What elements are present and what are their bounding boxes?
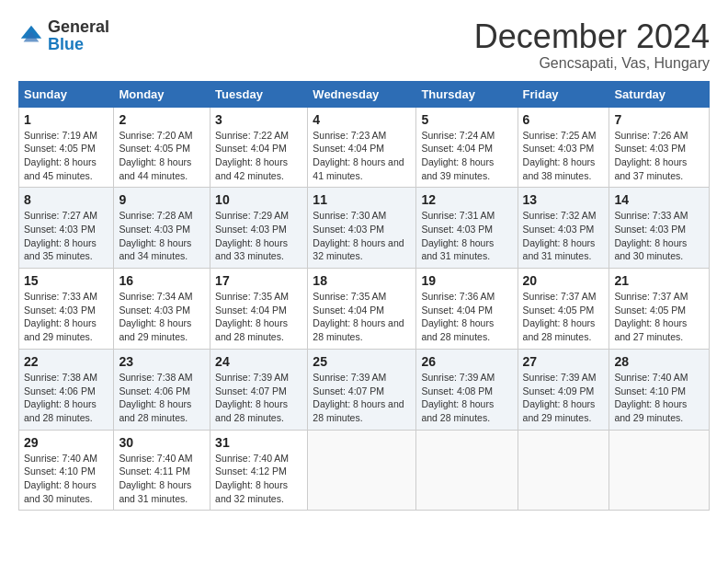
- calendar-cell: 7 Sunrise: 7:26 AMSunset: 4:03 PMDayligh…: [609, 107, 710, 188]
- calendar-cell: 29 Sunrise: 7:40 AMSunset: 4:10 PMDaylig…: [19, 430, 114, 511]
- calendar-cell: 26 Sunrise: 7:39 AMSunset: 4:08 PMDaylig…: [416, 349, 518, 430]
- day-number: 9: [119, 192, 205, 207]
- cell-info: Sunrise: 7:24 AMSunset: 4:04 PMDaylight:…: [421, 130, 495, 181]
- cell-info: Sunrise: 7:40 AMSunset: 4:10 PMDaylight:…: [24, 453, 97, 504]
- calendar-cell: 9 Sunrise: 7:28 AMSunset: 4:03 PMDayligh…: [114, 188, 210, 269]
- header: General Blue December 2024 Gencsapati, V…: [18, 18, 710, 72]
- cell-info: Sunrise: 7:31 AMSunset: 4:03 PMDaylight:…: [421, 210, 495, 261]
- cell-info: Sunrise: 7:19 AMSunset: 4:05 PMDaylight:…: [24, 130, 97, 181]
- logo-icon: [18, 23, 44, 49]
- day-number: 30: [119, 435, 205, 450]
- day-number: 29: [24, 435, 108, 450]
- day-number: 23: [119, 354, 205, 369]
- cell-info: Sunrise: 7:27 AMSunset: 4:03 PMDaylight:…: [24, 210, 97, 261]
- calendar-cell: [518, 430, 609, 511]
- day-number: 22: [24, 354, 108, 369]
- calendar-cell: 13 Sunrise: 7:32 AMSunset: 4:03 PMDaylig…: [518, 188, 609, 269]
- day-number: 14: [614, 192, 704, 207]
- calendar-cell: 24 Sunrise: 7:39 AMSunset: 4:07 PMDaylig…: [210, 349, 308, 430]
- location-title: Gencsapati, Vas, Hungary: [474, 55, 710, 72]
- week-row: 8 Sunrise: 7:27 AMSunset: 4:03 PMDayligh…: [19, 188, 710, 269]
- day-number: 24: [215, 354, 302, 369]
- header-thursday: Thursday: [416, 81, 518, 107]
- month-title: December 2024: [474, 18, 710, 55]
- cell-info: Sunrise: 7:35 AMSunset: 4:04 PMDaylight:…: [313, 291, 404, 342]
- logo-text: General Blue: [48, 18, 109, 53]
- day-number: 31: [215, 435, 302, 450]
- day-number: 18: [313, 273, 411, 288]
- calendar-cell: 4 Sunrise: 7:23 AMSunset: 4:04 PMDayligh…: [308, 107, 416, 188]
- calendar-cell: 20 Sunrise: 7:37 AMSunset: 4:05 PMDaylig…: [518, 269, 609, 350]
- cell-info: Sunrise: 7:40 AMSunset: 4:12 PMDaylight:…: [215, 453, 289, 504]
- cell-info: Sunrise: 7:34 AMSunset: 4:03 PMDaylight:…: [119, 291, 192, 342]
- cell-info: Sunrise: 7:30 AMSunset: 4:03 PMDaylight:…: [313, 210, 404, 261]
- calendar-cell: 23 Sunrise: 7:38 AMSunset: 4:06 PMDaylig…: [114, 349, 210, 430]
- cell-info: Sunrise: 7:39 AMSunset: 4:08 PMDaylight:…: [421, 372, 495, 423]
- week-row: 29 Sunrise: 7:40 AMSunset: 4:10 PMDaylig…: [19, 430, 710, 511]
- day-number: 1: [24, 112, 108, 127]
- day-number: 28: [614, 354, 704, 369]
- calendar-cell: 10 Sunrise: 7:29 AMSunset: 4:03 PMDaylig…: [210, 188, 308, 269]
- logo-blue: Blue: [48, 35, 84, 53]
- header-wednesday: Wednesday: [308, 81, 416, 107]
- cell-info: Sunrise: 7:39 AMSunset: 4:09 PMDaylight:…: [523, 372, 597, 423]
- calendar-cell: 18 Sunrise: 7:35 AMSunset: 4:04 PMDaylig…: [308, 269, 416, 350]
- day-number: 7: [614, 112, 704, 127]
- header-monday: Monday: [114, 81, 210, 107]
- day-number: 17: [215, 273, 302, 288]
- cell-info: Sunrise: 7:33 AMSunset: 4:03 PMDaylight:…: [614, 210, 688, 261]
- cell-info: Sunrise: 7:22 AMSunset: 4:04 PMDaylight:…: [215, 130, 289, 181]
- calendar-cell: 3 Sunrise: 7:22 AMSunset: 4:04 PMDayligh…: [210, 107, 308, 188]
- calendar-cell: 25 Sunrise: 7:39 AMSunset: 4:07 PMDaylig…: [308, 349, 416, 430]
- day-number: 13: [523, 192, 605, 207]
- day-number: 27: [523, 354, 605, 369]
- calendar-cell: 17 Sunrise: 7:35 AMSunset: 4:04 PMDaylig…: [210, 269, 308, 350]
- calendar-cell: 27 Sunrise: 7:39 AMSunset: 4:09 PMDaylig…: [518, 349, 609, 430]
- cell-info: Sunrise: 7:32 AMSunset: 4:03 PMDaylight:…: [523, 210, 597, 261]
- cell-info: Sunrise: 7:26 AMSunset: 4:03 PMDaylight:…: [614, 130, 688, 181]
- cell-info: Sunrise: 7:28 AMSunset: 4:03 PMDaylight:…: [119, 210, 192, 261]
- day-number: 19: [421, 273, 512, 288]
- calendar-cell: 30 Sunrise: 7:40 AMSunset: 4:11 PMDaylig…: [114, 430, 210, 511]
- cell-info: Sunrise: 7:35 AMSunset: 4:04 PMDaylight:…: [215, 291, 289, 342]
- day-number: 10: [215, 192, 302, 207]
- calendar-cell: 12 Sunrise: 7:31 AMSunset: 4:03 PMDaylig…: [416, 188, 518, 269]
- cell-info: Sunrise: 7:38 AMSunset: 4:06 PMDaylight:…: [119, 372, 192, 423]
- day-number: 25: [313, 354, 411, 369]
- day-number: 4: [313, 112, 411, 127]
- calendar-cell: [609, 430, 710, 511]
- cell-info: Sunrise: 7:25 AMSunset: 4:03 PMDaylight:…: [523, 130, 597, 181]
- day-number: 16: [119, 273, 205, 288]
- day-number: 11: [313, 192, 411, 207]
- cell-info: Sunrise: 7:33 AMSunset: 4:03 PMDaylight:…: [24, 291, 97, 342]
- calendar-cell: 6 Sunrise: 7:25 AMSunset: 4:03 PMDayligh…: [518, 107, 609, 188]
- title-section: December 2024 Gencsapati, Vas, Hungary: [474, 18, 710, 72]
- cell-info: Sunrise: 7:29 AMSunset: 4:03 PMDaylight:…: [215, 210, 289, 261]
- cell-info: Sunrise: 7:37 AMSunset: 4:05 PMDaylight:…: [523, 291, 597, 342]
- cell-info: Sunrise: 7:23 AMSunset: 4:04 PMDaylight:…: [313, 130, 404, 181]
- day-number: 8: [24, 192, 108, 207]
- cell-info: Sunrise: 7:40 AMSunset: 4:11 PMDaylight:…: [119, 453, 192, 504]
- calendar-cell: [308, 430, 416, 511]
- calendar-cell: 21 Sunrise: 7:37 AMSunset: 4:05 PMDaylig…: [609, 269, 710, 350]
- day-number: 20: [523, 273, 605, 288]
- calendar-cell: 15 Sunrise: 7:33 AMSunset: 4:03 PMDaylig…: [19, 269, 114, 350]
- cell-info: Sunrise: 7:36 AMSunset: 4:04 PMDaylight:…: [421, 291, 495, 342]
- cell-info: Sunrise: 7:37 AMSunset: 4:05 PMDaylight:…: [614, 291, 688, 342]
- cell-info: Sunrise: 7:39 AMSunset: 4:07 PMDaylight:…: [215, 372, 289, 423]
- header-saturday: Saturday: [609, 81, 710, 107]
- header-sunday: Sunday: [19, 81, 114, 107]
- day-number: 3: [215, 112, 302, 127]
- day-number: 26: [421, 354, 512, 369]
- logo-general: General: [48, 17, 109, 36]
- week-row: 22 Sunrise: 7:38 AMSunset: 4:06 PMDaylig…: [19, 349, 710, 430]
- calendar-cell: 19 Sunrise: 7:36 AMSunset: 4:04 PMDaylig…: [416, 269, 518, 350]
- calendar-cell: 31 Sunrise: 7:40 AMSunset: 4:12 PMDaylig…: [210, 430, 308, 511]
- calendar-table: SundayMondayTuesdayWednesdayThursdayFrid…: [18, 81, 710, 511]
- cell-info: Sunrise: 7:38 AMSunset: 4:06 PMDaylight:…: [24, 372, 97, 423]
- calendar-cell: 1 Sunrise: 7:19 AMSunset: 4:05 PMDayligh…: [19, 107, 114, 188]
- logo: General Blue: [18, 18, 109, 53]
- cell-info: Sunrise: 7:39 AMSunset: 4:07 PMDaylight:…: [313, 372, 404, 423]
- calendar-cell: 2 Sunrise: 7:20 AMSunset: 4:05 PMDayligh…: [114, 107, 210, 188]
- calendar-cell: 5 Sunrise: 7:24 AMSunset: 4:04 PMDayligh…: [416, 107, 518, 188]
